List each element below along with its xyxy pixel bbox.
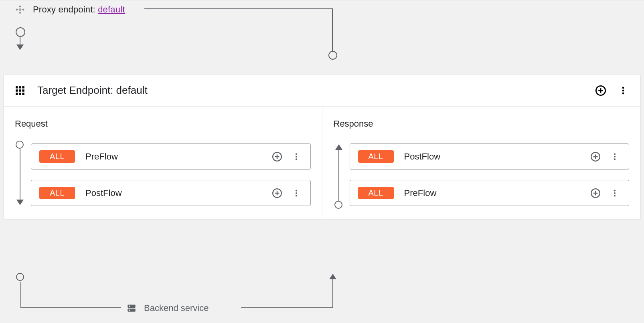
flow-card[interactable]: ALL PreFlow xyxy=(350,180,630,206)
method-badge: ALL xyxy=(39,150,75,163)
svg-rect-9 xyxy=(19,89,21,91)
more-vert-icon[interactable] xyxy=(290,187,302,199)
backend-service-icon xyxy=(126,303,137,313)
backend-service-label: Backend service xyxy=(144,303,209,313)
svg-point-19 xyxy=(622,92,624,94)
svg-rect-3 xyxy=(19,12,21,14)
svg-point-23 xyxy=(295,153,297,155)
svg-point-37 xyxy=(614,158,616,160)
proxy-endpoint-label: Proxy endpoint: default xyxy=(33,4,125,15)
proxy-endpoint-header: Proxy endpoint: default xyxy=(15,4,125,15)
target-endpoint-title: Target Endpoint: default xyxy=(37,84,595,97)
method-badge: ALL xyxy=(39,187,75,199)
add-policy-button[interactable] xyxy=(589,187,601,199)
svg-rect-13 xyxy=(22,93,24,95)
svg-point-41 xyxy=(614,190,616,191)
flow-name: PostFlow xyxy=(404,151,579,162)
flow-name: PreFlow xyxy=(404,188,579,198)
svg-rect-11 xyxy=(16,93,18,95)
more-vert-icon[interactable] xyxy=(609,187,621,199)
target-endpoint-card: Target Endpoint: default Request xyxy=(3,74,641,219)
svg-point-18 xyxy=(622,89,624,91)
svg-point-31 xyxy=(295,195,297,196)
flow-card[interactable]: ALL PreFlow xyxy=(31,143,311,170)
backend-service-connector: Backend service xyxy=(20,273,337,321)
svg-point-25 xyxy=(295,158,297,160)
add-button[interactable] xyxy=(595,85,607,97)
svg-point-36 xyxy=(614,155,616,157)
svg-point-29 xyxy=(295,190,297,191)
svg-rect-2 xyxy=(22,8,24,11)
more-vert-icon[interactable] xyxy=(609,151,621,163)
flow-name: PostFlow xyxy=(85,188,260,198)
target-endpoint-header: Target Endpoint: default xyxy=(4,75,640,107)
flow-name: PreFlow xyxy=(85,151,260,162)
svg-point-24 xyxy=(295,155,297,157)
apps-icon xyxy=(15,85,25,96)
svg-rect-8 xyxy=(16,89,18,91)
svg-point-42 xyxy=(614,192,616,194)
method-badge: ALL xyxy=(358,187,394,199)
svg-point-35 xyxy=(614,153,616,155)
svg-point-30 xyxy=(295,192,297,194)
add-policy-button[interactable] xyxy=(589,151,601,163)
response-flowline xyxy=(338,145,339,204)
svg-point-43 xyxy=(614,195,616,196)
svg-rect-10 xyxy=(22,89,24,91)
svg-point-17 xyxy=(622,87,624,89)
svg-rect-1 xyxy=(16,8,18,11)
proxy-endpoint-link[interactable]: default xyxy=(98,4,125,14)
connector-proxy-to-target xyxy=(144,8,333,57)
response-pane: Response ALL PostFlow xyxy=(322,107,641,219)
more-vert-icon[interactable] xyxy=(290,151,302,163)
flow-card[interactable]: ALL PostFlow xyxy=(31,180,311,206)
add-policy-button[interactable] xyxy=(271,187,283,199)
request-title: Request xyxy=(15,119,311,129)
svg-rect-7 xyxy=(22,86,24,88)
add-policy-button[interactable] xyxy=(271,151,283,163)
svg-point-46 xyxy=(129,306,130,307)
svg-point-47 xyxy=(129,309,130,311)
response-title: Response xyxy=(334,119,630,129)
flow-card[interactable]: ALL PostFlow xyxy=(350,143,630,170)
proxy-endpoint-icon xyxy=(15,5,25,14)
method-badge: ALL xyxy=(358,150,394,163)
svg-rect-0 xyxy=(19,5,21,8)
connector-down-arrow xyxy=(20,32,20,49)
svg-rect-6 xyxy=(19,86,21,88)
svg-rect-4 xyxy=(19,8,21,11)
request-flowline xyxy=(20,145,20,204)
svg-rect-12 xyxy=(19,93,21,95)
more-vert-icon[interactable] xyxy=(617,85,629,97)
svg-rect-5 xyxy=(16,86,18,88)
request-pane: Request ALL PreFlow xyxy=(4,107,322,219)
backend-service-label-row: Backend service xyxy=(126,303,209,313)
